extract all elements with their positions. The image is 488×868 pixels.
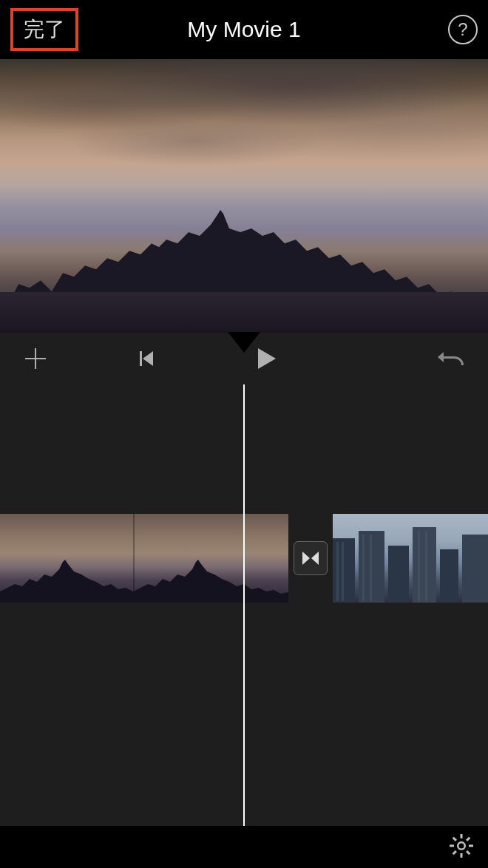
svg-rect-19 <box>466 850 470 855</box>
preview-frame <box>0 59 488 333</box>
timeline-clip[interactable] <box>333 514 488 603</box>
footer-bar <box>0 826 488 868</box>
timeline-area[interactable] <box>0 384 488 826</box>
svg-rect-17 <box>453 850 457 855</box>
svg-rect-11 <box>425 531 427 601</box>
undo-button[interactable] <box>436 347 466 370</box>
playhead-marker <box>228 332 260 353</box>
transition-slot <box>288 514 333 603</box>
svg-rect-5 <box>462 535 488 603</box>
undo-icon <box>436 347 466 370</box>
svg-rect-12 <box>461 834 463 838</box>
gear-icon <box>448 833 475 859</box>
plus-icon <box>22 345 49 372</box>
svg-rect-10 <box>418 531 420 601</box>
svg-rect-2 <box>388 546 409 603</box>
settings-button[interactable] <box>448 833 475 862</box>
transition-button[interactable] <box>294 541 328 575</box>
svg-rect-16 <box>466 836 470 841</box>
svg-rect-9 <box>370 535 372 601</box>
done-button[interactable]: 完了 <box>10 8 78 51</box>
header-bar: 完了 My Movie 1 ? <box>0 0 488 59</box>
previous-icon <box>135 348 156 369</box>
svg-rect-7 <box>342 542 344 601</box>
timeline-clip[interactable] <box>0 514 288 603</box>
svg-rect-18 <box>453 836 457 841</box>
skip-start-button[interactable] <box>135 348 156 369</box>
crossfade-icon <box>301 549 320 568</box>
svg-rect-15 <box>469 844 473 847</box>
video-preview[interactable] <box>0 59 488 333</box>
svg-rect-8 <box>362 535 365 601</box>
svg-rect-13 <box>461 853 463 858</box>
add-media-button[interactable] <box>22 345 49 372</box>
project-title: My Movie 1 <box>187 17 300 42</box>
svg-rect-3 <box>413 527 436 603</box>
svg-rect-6 <box>336 542 339 601</box>
playhead-line[interactable] <box>243 384 245 826</box>
playback-controls <box>0 333 488 384</box>
help-button[interactable]: ? <box>448 15 478 44</box>
svg-rect-14 <box>450 844 454 847</box>
svg-rect-4 <box>440 549 458 603</box>
